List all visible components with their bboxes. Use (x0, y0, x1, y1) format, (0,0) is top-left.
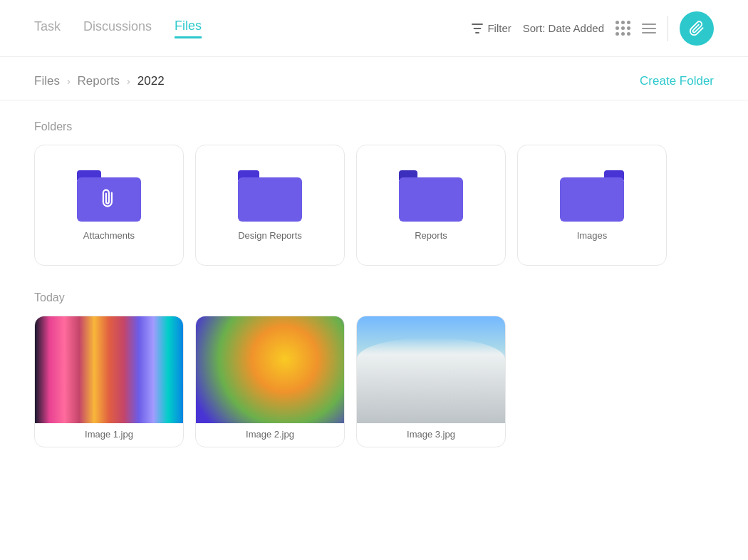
main-content: Folders Attachments De (0, 100, 748, 467)
breadcrumb-reports[interactable]: Reports (78, 74, 120, 88)
file-image1[interactable]: Image 1.jpg (34, 316, 184, 447)
folder-body (399, 177, 463, 222)
file-thumbnail-image2 (196, 316, 344, 423)
folder-name-reports: Reports (415, 230, 447, 241)
folder-icon-images (560, 170, 624, 222)
tab-discussions[interactable]: Discussions (83, 19, 152, 37)
arch-columns (357, 338, 505, 423)
hamburger-line (642, 24, 656, 25)
folder-name-images: Images (577, 230, 608, 241)
breadcrumb-2022[interactable]: 2022 (137, 74, 165, 88)
folder-images[interactable]: Images (517, 145, 667, 266)
nav-bar: Task Discussions Files Filter Sort: Date… (0, 0, 748, 57)
filter-button[interactable]: Filter (472, 22, 511, 34)
thumbnail-abstract (196, 316, 344, 423)
folder-body (77, 177, 141, 222)
folder-design-reports[interactable]: Design Reports (195, 145, 345, 266)
folder-icon-reports (399, 170, 463, 222)
folder-reports[interactable]: Reports (356, 145, 506, 266)
breadcrumb-files[interactable]: Files (34, 74, 60, 88)
file-name-image3: Image 3.jpg (357, 423, 505, 447)
folders-section-title: Folders (34, 120, 714, 133)
breadcrumb-chevron-1: › (67, 76, 71, 87)
thumbnail-rainbow (35, 316, 183, 423)
folder-icon-design-reports (238, 170, 302, 222)
file-name-image1: Image 1.jpg (35, 423, 183, 447)
file-thumbnail-image3 (357, 316, 505, 423)
files-grid: Image 1.jpg Image 2.jpg Image 3.jpg (34, 316, 714, 447)
breadcrumb: Files › Reports › 2022 Create Folder (0, 57, 748, 100)
paperclip-icon (689, 21, 705, 36)
tab-task[interactable]: Task (34, 19, 61, 37)
grid-dots-icon (615, 21, 630, 36)
sort-button[interactable]: Sort: Date Added (523, 22, 604, 34)
today-section-title: Today (34, 291, 714, 304)
create-folder-button[interactable]: Create Folder (640, 74, 714, 88)
hamburger-line (642, 28, 656, 29)
file-name-image2: Image 2.jpg (196, 423, 344, 447)
nav-actions: Filter Sort: Date Added (472, 11, 714, 46)
folder-name-design-reports: Design Reports (238, 230, 302, 241)
thumbnail-architecture (357, 316, 505, 423)
attach-fab-button[interactable] (680, 11, 714, 46)
filter-icon (472, 24, 483, 33)
tab-files[interactable]: Files (175, 19, 202, 38)
nav-separator (668, 16, 668, 41)
breadcrumb-chevron-2: › (127, 76, 130, 87)
file-thumbnail-image1 (35, 316, 183, 423)
grid-view-button[interactable] (615, 21, 630, 36)
list-view-button[interactable] (642, 24, 656, 33)
folder-attachments[interactable]: Attachments (34, 145, 184, 266)
folder-body (238, 177, 302, 222)
attachment-icon (95, 185, 123, 212)
folder-icon-attachments (77, 170, 141, 222)
folder-body (560, 177, 624, 222)
folders-grid: Attachments Design Reports Reports Ima (34, 145, 714, 266)
folder-name-attachments: Attachments (83, 230, 135, 241)
file-image2[interactable]: Image 2.jpg (195, 316, 345, 447)
file-image3[interactable]: Image 3.jpg (356, 316, 506, 447)
hamburger-line (642, 32, 656, 33)
